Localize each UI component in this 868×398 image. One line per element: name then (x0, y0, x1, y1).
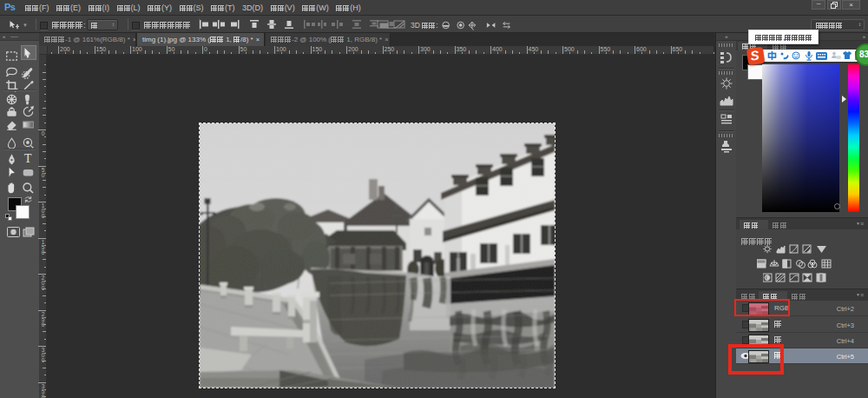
svg-text:T: T (24, 152, 32, 164)
